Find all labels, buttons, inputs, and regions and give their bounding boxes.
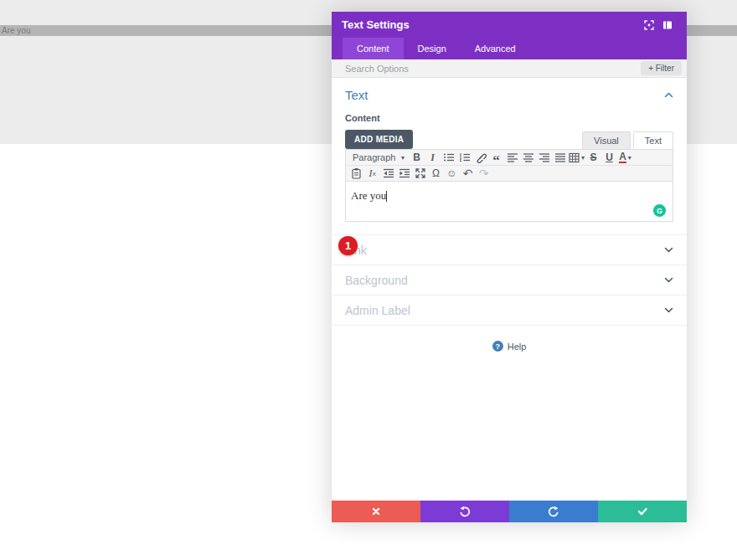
outdent-icon [383, 167, 394, 179]
text-cursor [386, 191, 387, 202]
chevron-down-icon: ▾ [628, 154, 631, 162]
page: Are you Text Settings [0, 0, 737, 560]
help-label: Help [508, 342, 527, 352]
numbered-list-button[interactable] [456, 151, 472, 165]
numbered-list-icon [459, 152, 471, 163]
fullscreen-icon [415, 167, 426, 179]
align-right-button[interactable] [536, 151, 552, 165]
tab-design[interactable]: Design [404, 38, 461, 59]
search-options-bar: Search Options + Filter [332, 59, 687, 78]
fullscreen-button[interactable] [412, 167, 428, 181]
section-link[interactable]: Link [332, 235, 687, 265]
plus-icon: + [648, 64, 653, 73]
section-admin-label-title: Admin Label [345, 304, 410, 317]
link-icon [475, 152, 487, 163]
search-input[interactable]: Search Options [345, 64, 641, 74]
bullet-list-icon [443, 152, 455, 163]
dock-modal-icon[interactable] [658, 18, 677, 33]
undo-changes-button[interactable] [420, 501, 509, 522]
undo-button[interactable]: ↶ [460, 167, 476, 181]
tab-advanced[interactable]: Advanced [461, 38, 530, 59]
paragraph-format-label: Paragraph [353, 152, 395, 162]
tab-content[interactable]: Content [343, 38, 404, 59]
redo-icon [548, 506, 559, 517]
section-admin-label[interactable]: Admin Label [332, 295, 687, 326]
modal-header: Text Settings [332, 12, 687, 38]
italic-button[interactable]: I [425, 151, 441, 165]
dock-left-icon [662, 20, 673, 30]
align-left-button[interactable] [504, 151, 520, 165]
clipboard-icon [351, 167, 362, 179]
editor-mode-tabs: Visual Text [580, 131, 673, 149]
blockquote-button[interactable]: “ [488, 153, 504, 167]
content-field-label: Content [345, 113, 673, 123]
chevron-down-icon: ▾ [581, 154, 585, 162]
snap-to-module-icon[interactable] [640, 18, 658, 33]
filter-button-label: Filter [656, 64, 674, 73]
chevron-down-icon [664, 307, 673, 313]
text-settings-modal: Text Settings Content Desig [332, 12, 687, 522]
help-icon: ? [492, 341, 503, 352]
bold-button[interactable]: B [409, 151, 425, 165]
discard-button[interactable] [332, 501, 420, 522]
indent-icon [399, 167, 410, 179]
editor-text: Are you [351, 189, 386, 202]
add-media-button[interactable]: ADD MEDIA [345, 130, 413, 149]
editor-toolbar-row-1: Paragraph ▾ B I [346, 150, 673, 166]
clear-formatting-button[interactable]: Ix [364, 167, 380, 181]
table-icon [569, 152, 580, 163]
text-section-title: Text [345, 88, 368, 102]
chevron-down-icon: ▾ [401, 154, 405, 162]
grammarly-icon[interactable]: G [653, 204, 666, 217]
text-section-header[interactable]: Text [345, 88, 673, 102]
text-tab[interactable]: Text [633, 131, 673, 149]
paste-as-text-button[interactable] [348, 167, 364, 181]
justify-icon [554, 152, 566, 163]
editor-top-row: ADD MEDIA Visual Text [345, 130, 673, 149]
emoji-button[interactable]: ☺ [444, 167, 460, 181]
chevron-down-icon [664, 277, 673, 283]
annotation-badge: 1 [338, 236, 358, 255]
collapsed-sections: Link Background Admin Label [332, 234, 687, 326]
check-icon [636, 506, 648, 516]
text-color-icon: A [619, 152, 626, 163]
clear-formatting-x: x [373, 170, 376, 177]
editor-content-area[interactable]: Are you G [346, 182, 673, 221]
visual-tab[interactable]: Visual [582, 131, 631, 149]
modal-tab-bar: Content Design Advanced [332, 38, 687, 59]
editor-toolbar-row-2: Ix [346, 166, 673, 182]
redo-changes-button[interactable] [509, 501, 598, 522]
paragraph-format-dropdown[interactable]: Paragraph ▾ [348, 151, 409, 165]
redo-button[interactable]: ↷ [476, 167, 492, 181]
save-button[interactable] [598, 501, 687, 522]
chevron-up-icon [664, 92, 673, 98]
align-center-button[interactable] [520, 151, 536, 165]
help-link[interactable]: ? Help [332, 341, 687, 352]
align-left-icon [507, 152, 518, 163]
align-center-icon [523, 152, 534, 163]
special-character-button[interactable]: Ω [428, 167, 444, 181]
justify-button[interactable] [552, 151, 568, 165]
text-section: Text Content ADD MEDIA Visual Text [332, 78, 687, 234]
underline-button[interactable]: U [601, 151, 617, 165]
align-right-icon [539, 152, 550, 163]
outdent-button[interactable] [380, 167, 396, 181]
text-color-dropdown-button[interactable]: A ▾ [617, 151, 633, 165]
filter-button[interactable]: + Filter [641, 61, 682, 75]
close-icon [371, 506, 381, 516]
chevron-down-icon [664, 247, 673, 253]
modal-body: 1 Text Content ADD MEDIA Visual Text [332, 78, 687, 501]
bullet-list-button[interactable] [441, 151, 456, 165]
expand-corners-icon [643, 19, 655, 31]
table-dropdown-button[interactable]: ▾ [568, 151, 585, 165]
modal-footer [332, 501, 687, 522]
wysiwyg-editor: Paragraph ▾ B I [345, 149, 673, 222]
section-background[interactable]: Background [332, 265, 687, 295]
section-background-title: Background [345, 274, 408, 287]
link-button[interactable] [472, 151, 488, 165]
modal-title: Text Settings [342, 18, 640, 31]
indent-button[interactable] [396, 167, 412, 181]
strikethrough-button[interactable]: S [585, 151, 601, 165]
undo-icon [459, 506, 471, 517]
